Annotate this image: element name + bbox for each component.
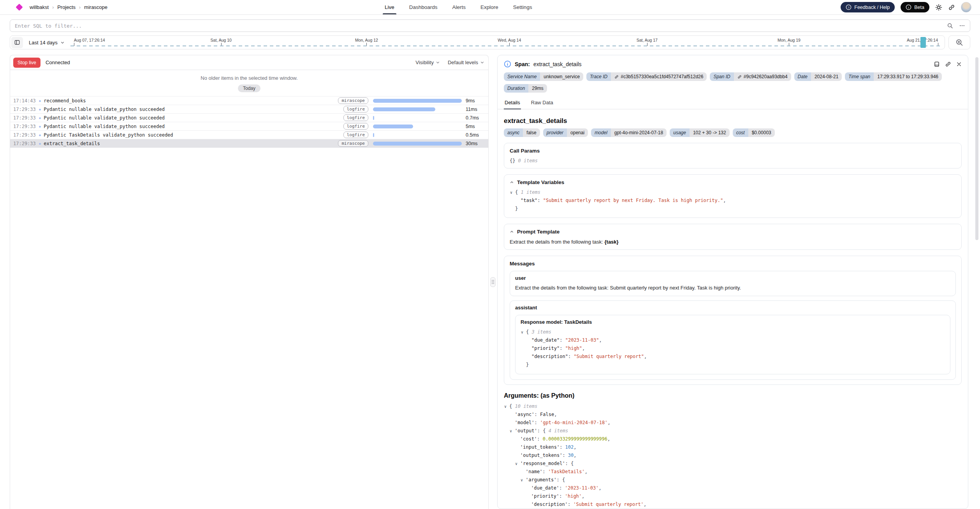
- message-role: assistant: [515, 305, 950, 311]
- chevron-down-icon: [480, 60, 484, 65]
- collapse-chevron-icon[interactable]: ∨: [510, 188, 515, 197]
- panel-divider: [489, 55, 497, 509]
- duration-bar: [373, 107, 435, 111]
- collapse-chevron-icon[interactable]: ∨: [515, 460, 520, 468]
- more-options-button[interactable]: [959, 23, 965, 29]
- badge-value[interactable]: #9c942620aa93dbb4: [734, 72, 791, 81]
- time-range-label: Last 14 days: [29, 40, 58, 46]
- breadcrumb-separator: ›: [79, 5, 81, 10]
- sidebar-toggle-button[interactable]: [11, 37, 23, 48]
- tab-explore[interactable]: Explore: [480, 0, 498, 14]
- visibility-dropdown[interactable]: Visibility: [415, 60, 440, 65]
- duration-bar: [373, 99, 462, 103]
- log-tag: logfire: [343, 106, 368, 112]
- avatar[interactable]: [961, 2, 971, 12]
- prompt-template-text: Extract the details from the following t…: [510, 239, 956, 245]
- feedback-help-label: Feedback / Help: [854, 5, 890, 10]
- dock-panel-icon: [934, 61, 940, 67]
- tab-details[interactable]: Details: [504, 98, 521, 109]
- logo-icon[interactable]: [16, 4, 23, 11]
- header-actions: ? Feedback / Help i Beta: [841, 2, 971, 12]
- span-detail-body: extract_task_details asyncfalseprovidero…: [504, 109, 962, 509]
- dock-panel-button[interactable]: [934, 61, 940, 67]
- tab-alerts[interactable]: Alerts: [452, 0, 466, 14]
- feedback-help-button[interactable]: ? Feedback / Help: [841, 2, 895, 12]
- duration-bar-track: [373, 125, 462, 128]
- time-range-dropdown[interactable]: Last 14 days: [23, 40, 70, 46]
- collapse-button[interactable]: [510, 230, 514, 234]
- live-feed-panel: Stop live Connected Visibility Default l…: [10, 55, 489, 509]
- breadcrumb-org[interactable]: willbakst: [30, 4, 49, 10]
- log-name: extract_task_details: [44, 141, 100, 146]
- json-line: ∨'arguments': {: [504, 476, 962, 484]
- timeline-selection[interactable]: [920, 37, 926, 48]
- link-icon: [948, 4, 955, 11]
- window-scrollbar[interactable]: [975, 57, 978, 240]
- timeline-tick-mark: [74, 43, 74, 46]
- message-role: user: [515, 275, 950, 281]
- log-duration: 30ms: [466, 141, 488, 146]
- theme-toggle-button[interactable]: [935, 4, 942, 11]
- log-row[interactable]: 17:29:33◆Pydantic TaskDetails validate_p…: [10, 131, 488, 139]
- prompt-template-card: Prompt Template Extract the details from…: [504, 224, 962, 250]
- tab-dashboards[interactable]: Dashboards: [409, 0, 438, 14]
- log-tag: mirascope: [338, 140, 368, 147]
- log-row[interactable]: 17:14:43◆recommend_booksmirascope9ms: [10, 97, 488, 105]
- span-diamond-icon: ◆: [39, 142, 41, 146]
- prompt-template-title: Prompt Template: [517, 229, 559, 235]
- badge-value[interactable]: #c3b5157330ea5c1fd4572747af512d26: [611, 72, 707, 81]
- main-area: Stop live Connected Visibility Default l…: [10, 55, 968, 509]
- collapse-chevron-icon[interactable]: ∨: [521, 476, 526, 484]
- log-duration: 5ms: [466, 124, 488, 129]
- close-panel-button[interactable]: [956, 61, 962, 67]
- share-link-button[interactable]: [948, 4, 955, 11]
- default-levels-dropdown[interactable]: Default levels: [448, 60, 484, 65]
- duration-bar: [373, 125, 413, 128]
- breadcrumb-project[interactable]: mirascope: [84, 4, 107, 10]
- log-time: 17:29:33: [13, 124, 36, 129]
- copy-link-button[interactable]: [945, 61, 951, 67]
- meta-badge: Date2024-08-21: [794, 72, 842, 81]
- tab-raw-data[interactable]: Raw Data: [530, 98, 554, 109]
- collapse-chevron-icon[interactable]: ∨: [510, 427, 515, 435]
- duration-bar-track: [373, 133, 462, 137]
- grip-dots-icon: [492, 280, 494, 284]
- close-icon: [956, 61, 962, 67]
- timeline-zoom-button[interactable]: [948, 35, 970, 49]
- chevron-up-icon: [510, 230, 514, 234]
- duration-bar-track: [373, 107, 462, 111]
- search-button[interactable]: [947, 23, 953, 29]
- tab-live[interactable]: Live: [385, 0, 394, 14]
- timeline-track[interactable]: Aug 07, 17:26:14Sat, Aug 10Mon, Aug 12We…: [70, 37, 941, 48]
- json-line: "priority": "high",: [521, 344, 945, 353]
- breadcrumb-projects[interactable]: Projects: [57, 4, 76, 10]
- stop-live-button[interactable]: Stop live: [13, 58, 40, 68]
- log-row[interactable]: 17:29:33◆Pydantic nullable validate_pyth…: [10, 122, 488, 131]
- magnifier-plus-icon: [955, 39, 963, 46]
- timeline-tick-label: Aug 07, 17:26:14: [74, 38, 105, 42]
- duration-bar: [373, 142, 462, 146]
- collapse-chevron-icon[interactable]: ∨: [521, 328, 526, 336]
- sql-filter-input[interactable]: [15, 23, 941, 29]
- collapse-button[interactable]: [510, 180, 514, 184]
- span-meta-row: Service Nameunknown_serviceTrace ID#c3b5…: [504, 72, 962, 93]
- badge-label: cost: [733, 128, 748, 137]
- log-tag: logfire: [343, 114, 368, 121]
- timeline-tick-label: Mon, Aug 12: [355, 38, 378, 42]
- json-line: 'priority': 'high',: [504, 492, 962, 500]
- badge-label: Trace ID: [586, 72, 611, 81]
- json-line: ∨{ 3 items: [521, 328, 945, 336]
- badge-value: $0.00003: [748, 128, 775, 137]
- badge-value: 2024-08-21: [811, 72, 842, 81]
- divider-grip-handle[interactable]: [491, 277, 496, 287]
- log-row[interactable]: 17:29:33◆Pydantic nullable validate_pyth…: [10, 114, 488, 122]
- collapse-chevron-icon[interactable]: ∨: [504, 402, 509, 411]
- log-name: Pydantic nullable validate_python succee…: [44, 124, 165, 129]
- attribute-badge: asyncfalse: [504, 128, 540, 137]
- template-variables-card: Template Variables ∨{ 1 items"task": "Su…: [504, 174, 962, 218]
- timeline-box: Last 14 days Aug 07, 17:26:14Sat, Aug 10…: [10, 35, 945, 49]
- beta-button[interactable]: i Beta: [901, 2, 929, 12]
- log-row[interactable]: 17:29:33◆Pydantic nullable validate_pyth…: [10, 105, 488, 114]
- tab-settings[interactable]: Settings: [513, 0, 532, 14]
- log-row[interactable]: 17:29:33◆extract_task_detailsmirascope30…: [10, 139, 488, 148]
